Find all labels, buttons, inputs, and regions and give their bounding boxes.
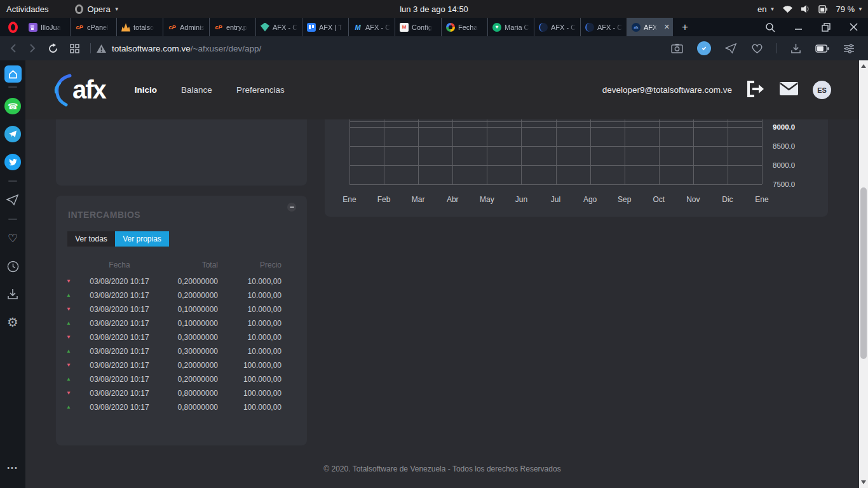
volume-icon <box>801 4 811 13</box>
cell-fecha: 03/08/2020 10:17 <box>81 375 158 384</box>
tab-label: AFX <box>644 24 657 31</box>
cell-precio: 10.000,00 <box>218 291 281 300</box>
forward-button[interactable] <box>23 43 42 53</box>
page-scrollbar[interactable] <box>859 60 868 488</box>
nav-preferencias[interactable]: Preferencias <box>233 81 288 98</box>
adblock-shield-badge[interactable] <box>691 41 717 55</box>
battery-indicator[interactable]: 79 % ▼ <box>836 4 863 14</box>
bookmarks-button[interactable]: ♡ <box>0 229 25 248</box>
cell-total: 0,20000000 <box>158 375 218 384</box>
tab-favicon <box>307 23 316 32</box>
twitter-button[interactable] <box>0 152 25 172</box>
toolbar-actions <box>665 41 868 55</box>
battery-saver-icon[interactable] <box>810 44 835 53</box>
whatsapp-button[interactable]: ☎ <box>0 97 25 116</box>
browser-tab[interactable]: IlloJua <box>24 18 71 36</box>
cell-precio: 10.000,00 <box>218 347 281 356</box>
collapse-panel-button[interactable] <box>287 203 296 212</box>
page-viewport: EneFebMarAbrMayJunJulAgoSepOctNovDicEne9… <box>25 60 859 488</box>
browser-tab[interactable]: cP Adminis <box>163 18 210 36</box>
x-axis-label: Jul <box>542 195 570 204</box>
close-tab-button[interactable]: ✕ <box>664 23 670 31</box>
browser-tab[interactable]: M AFX - C <box>349 18 395 36</box>
tab-favicon: cP <box>75 23 84 32</box>
x-axis-label: Jun <box>507 195 535 204</box>
browser-tab[interactable]: AFX - C <box>534 18 581 36</box>
page-footer: © 2020. Totalsoftware de Venezuela - Tod… <box>25 464 859 473</box>
opera-appmenu[interactable]: Opera ▼ <box>69 0 125 18</box>
sidebar-setup-button[interactable]: ••• <box>7 464 18 471</box>
browser-tab[interactable]: afx AFX ✕ <box>627 18 673 36</box>
browser-tab[interactable]: M Config <box>395 18 442 36</box>
scroll-up-arrow[interactable] <box>861 64 866 68</box>
site-warning-icon[interactable] <box>96 44 107 53</box>
browser-tabbar: IlloJua cP cPanel totalso cP Adminis cP … <box>0 18 868 36</box>
tab-label: totalso <box>133 24 154 31</box>
logout-button[interactable] <box>746 80 765 100</box>
y-axis-label: 8000.0 <box>773 161 817 169</box>
chevron-down-icon: ▼ <box>114 6 119 12</box>
clock-icon <box>7 261 19 273</box>
address-bar[interactable]: totalsoftware.com.ve/~afxuser/dev/app/ <box>96 44 665 53</box>
maximize-button[interactable] <box>822 23 831 32</box>
browser-tab[interactable]: Fecha <box>442 18 488 36</box>
keyboard-layout-indicator[interactable]: en ▼ <box>757 4 775 14</box>
trade-direction-icon: ▼ <box>66 279 81 284</box>
back-button[interactable] <box>4 43 23 53</box>
afx-logo[interactable]: afx <box>51 73 105 107</box>
trade-direction-icon: ▲ <box>66 377 81 382</box>
table-row: ▼ 03/08/2020 10:17 0,80000000 100.000,00 <box>56 386 307 400</box>
telegram-button[interactable] <box>0 125 25 144</box>
browser-tab[interactable]: totalso <box>117 18 163 36</box>
downloads-sidebar-button[interactable] <box>0 285 25 304</box>
messages-button[interactable] <box>779 81 799 98</box>
x-axis-label: Feb <box>370 195 398 204</box>
table-row: ▲ 03/08/2020 10:17 0,20000000 100.000,00 <box>56 372 307 386</box>
easy-setup-sliders-icon[interactable] <box>837 44 860 53</box>
clock[interactable]: lun 3 de ago 14:50 <box>400 0 468 18</box>
downloads-icon[interactable] <box>785 43 807 54</box>
snapshot-camera-icon[interactable] <box>665 43 689 53</box>
my-flow-icon[interactable] <box>719 43 743 54</box>
my-flow-sidebar-button[interactable] <box>0 191 25 210</box>
heart-icon: ♡ <box>8 233 18 244</box>
settings-button[interactable]: ⚙ <box>0 313 25 332</box>
scrollbar-thumb[interactable] <box>860 187 867 359</box>
page-header: afx Inicio Balance Preferencias develope… <box>25 60 859 119</box>
search-tabs-icon[interactable] <box>765 22 775 32</box>
x-axis-label: Ago <box>576 195 604 204</box>
minimize-button[interactable] <box>794 23 803 31</box>
col-header-total: Total <box>158 261 218 269</box>
browser-tab[interactable]: AFX - C <box>581 18 627 36</box>
speed-dial-button[interactable] <box>4 65 22 83</box>
activities-button[interactable]: Actividades <box>0 0 55 18</box>
chevron-down-icon: ▼ <box>770 6 775 12</box>
tab-label: AFX | T <box>319 24 342 31</box>
tab-favicon <box>261 23 269 32</box>
favorites-heart-icon[interactable] <box>745 43 769 54</box>
system-indicators[interactable]: en ▼ 79 % ▼ <box>757 0 868 18</box>
ver-propias-button[interactable]: Ver propias <box>115 231 169 247</box>
avatar[interactable]: ES <box>813 81 831 99</box>
close-window-button[interactable] <box>850 23 858 31</box>
tab-label: AFX - C <box>365 24 390 31</box>
tab-label: Adminis <box>180 24 205 31</box>
browser-tab[interactable]: cP cPanel <box>71 18 117 36</box>
nav-inicio[interactable]: Inicio <box>131 81 161 98</box>
reload-button[interactable] <box>42 43 64 54</box>
ver-todas-button[interactable]: Ver todas <box>67 231 115 247</box>
tab-label: Maria C <box>505 24 529 31</box>
telegram-icon <box>4 126 21 142</box>
cell-total: 0,10000000 <box>158 319 218 328</box>
scroll-down-arrow[interactable] <box>861 480 866 484</box>
browser-tab[interactable]: cP entry.p <box>210 18 256 36</box>
x-axis-label: Ene <box>748 195 776 204</box>
browser-tab[interactable]: AFX | T <box>302 18 349 36</box>
new-tab-button[interactable]: + <box>673 21 697 34</box>
browser-tab[interactable]: ♥ Maria C <box>488 18 534 36</box>
table-row: ▲ 03/08/2020 10:17 0,80000000 100.000,00 <box>56 400 307 414</box>
speed-dial-grid-icon[interactable] <box>64 44 85 53</box>
history-button[interactable] <box>0 257 25 276</box>
nav-balance[interactable]: Balance <box>177 81 216 98</box>
browser-tab[interactable]: AFX - C <box>256 18 302 36</box>
